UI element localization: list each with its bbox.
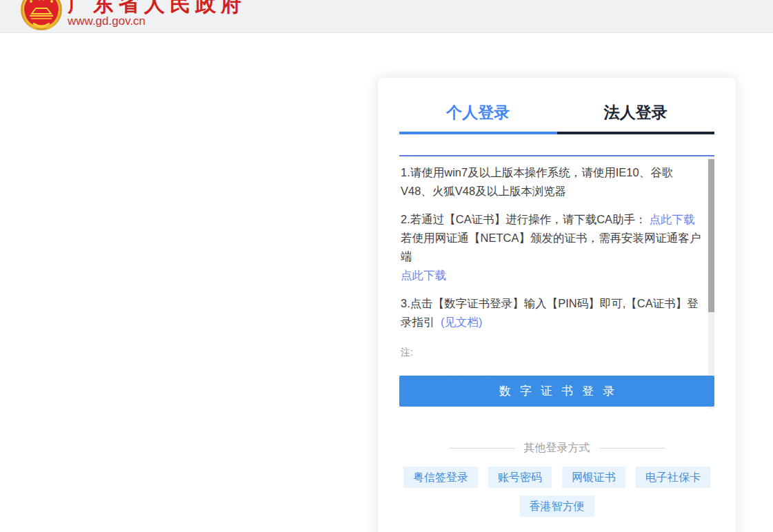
national-emblem-icon: [19, 0, 63, 34]
login-methods-row-1: 粤信签登录 账号密码 网银证书 电子社保卡: [399, 467, 714, 488]
digital-certificate-login-button[interactable]: 数字证书登录: [399, 376, 714, 407]
download-netca-client-link[interactable]: 点此下载: [401, 266, 703, 285]
note-label: 注:: [401, 347, 703, 359]
instruction-item-2: 2.若通过【CA证书】进行操作，请下载CA助手：点此下载 若使用网证通【NETC…: [401, 210, 703, 285]
e-social-security-card-button[interactable]: 电子社保卡: [636, 467, 710, 488]
account-password-button[interactable]: 账号密码: [488, 467, 552, 488]
instruction-item-2-line2: 若使用网证通【NETCA】颁发的证书，需再安装网证通客户端: [401, 229, 703, 266]
other-login-divider: 其他登录方式: [399, 441, 714, 456]
tab-personal-login[interactable]: 个人登录: [399, 102, 557, 134]
other-login-label: 其他登录方式: [524, 441, 590, 456]
view-document-link[interactable]: (见文档): [441, 316, 483, 328]
download-ca-helper-link[interactable]: 点此下载: [650, 213, 695, 225]
instruction-item-3: 3.点击【数字证书登录】输入【PIN码】即可,【CA证书】登录指引 (见文档): [401, 294, 703, 331]
hongkong-iamsmart-button[interactable]: 香港智方便: [520, 495, 594, 517]
divider-line-left: [450, 448, 514, 449]
site-header: 广东省人民政府 www.gd.gov.cn: [0, 0, 773, 33]
login-card: 个人登录 法人登录 1.请使用win7及以上版本操作系统，请使用IE10、谷歌V…: [378, 78, 736, 532]
instructions-content: 1.请使用win7及以上版本操作系统，请使用IE10、谷歌V48、火狐V48及以…: [399, 156, 714, 409]
divider-line-right: [600, 448, 665, 449]
bank-certificate-button[interactable]: 网银证书: [562, 467, 625, 488]
scrollbar-thumb[interactable]: [708, 159, 714, 312]
yuexinqian-login-button[interactable]: 粤信签登录: [403, 467, 478, 488]
site-url: www.gd.gov.cn: [68, 14, 145, 28]
login-tabs: 个人登录 法人登录: [399, 102, 714, 134]
login-methods-row-2: 香港智方便: [399, 495, 714, 517]
instructions-panel: 1.请使用win7及以上版本操作系统，请使用IE10、谷歌V48、火狐V48及以…: [399, 155, 714, 409]
instruction-item-1: 1.请使用win7及以上版本操作系统，请使用IE10、谷歌V48、火狐V48及以…: [401, 163, 703, 201]
instruction-item-2-text: 2.若通过【CA证书】进行操作，请下载CA助手：: [401, 213, 647, 225]
scrollbar-track[interactable]: [708, 156, 714, 409]
tab-corporate-login[interactable]: 法人登录: [557, 102, 715, 134]
